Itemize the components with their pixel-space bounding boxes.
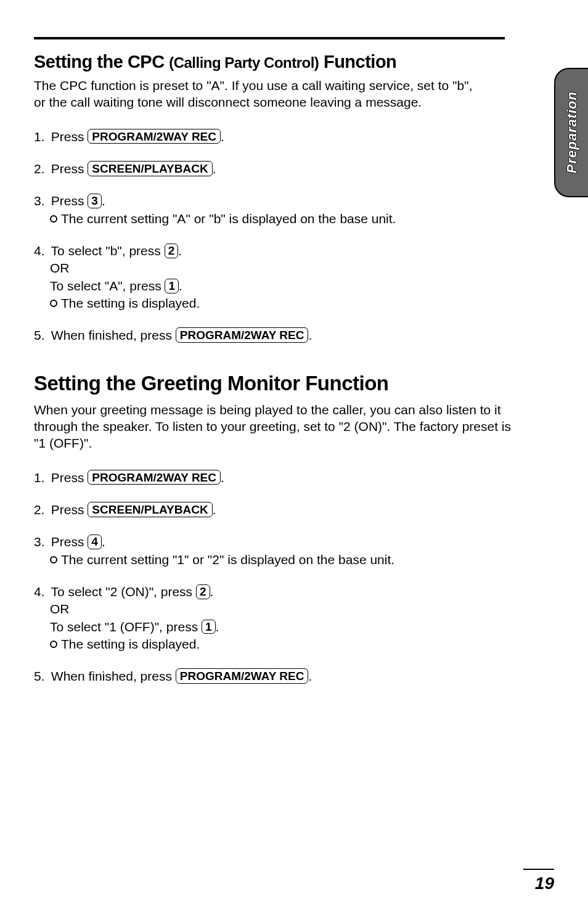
step-item: 5. When finished, press PROGRAM/2WAY REC… — [34, 668, 554, 685]
key-label: SCREEN/PLAYBACK — [88, 502, 212, 517]
extra-lead: To select "A", press — [50, 279, 165, 293]
step-tail: . — [221, 470, 224, 485]
key-label: PROGRAM/2WAY REC — [88, 129, 221, 144]
step-number: 2. — [34, 160, 47, 178]
step-tail: . — [308, 669, 312, 683]
bullet-icon — [50, 215, 57, 223]
step-number: 3. — [34, 192, 47, 210]
key-label: 2 — [165, 244, 179, 258]
step-number: 5. — [34, 668, 47, 685]
note-text: The setting is displayed. — [61, 637, 200, 651]
heading-tail: Function — [324, 52, 396, 72]
section-greeting-monitor: Setting the Greeting Monitor Function Wh… — [34, 372, 554, 686]
step-number: 2. — [34, 501, 47, 518]
section-intro: The CPC function is preset to "A". If yo… — [34, 77, 486, 111]
key-label: 1 — [165, 279, 179, 293]
heading-paren: (Calling Party Control) — [169, 54, 319, 71]
steps-list: 1. Press PROGRAM/2WAY REC. 2. Press SCRE… — [34, 128, 554, 345]
step-item: 5. When finished, press PROGRAM/2WAY REC… — [34, 327, 554, 344]
step-number: 1. — [34, 128, 47, 145]
note-text: The current setting "1" or "2" is displa… — [61, 552, 394, 567]
step-tail: . — [102, 535, 105, 549]
step-note: The current setting "A" or "b" is displa… — [34, 210, 554, 227]
step-extra: To select "1 (OFF)", press 1. — [34, 618, 554, 636]
step-tail: . — [213, 162, 216, 176]
key-label: 4 — [88, 535, 102, 549]
step-tail: . — [308, 328, 312, 342]
note-text: The setting is displayed. — [61, 296, 200, 310]
step-text: To select "2 (ON)", press — [51, 584, 195, 599]
step-item: 2. Press SCREEN/PLAYBACK. — [34, 501, 554, 518]
step-note: The current setting "1" or "2" is displa… — [34, 551, 554, 568]
page: Setting the CPC (Calling Party Control) … — [0, 0, 588, 918]
step-item: 1. Press PROGRAM/2WAY REC. — [34, 128, 554, 145]
step-item: 3. Press 4. The current setting "1" or "… — [34, 533, 554, 568]
step-number: 5. — [34, 327, 47, 344]
step-item: 4. To select "b", press 2. OR To select … — [34, 242, 554, 312]
step-item: 3. Press 3. The current setting "A" or "… — [34, 192, 554, 227]
key-label: PROGRAM/2WAY REC — [176, 668, 309, 684]
section-cpc: Setting the CPC (Calling Party Control) … — [34, 52, 554, 345]
step-text: Press — [51, 502, 88, 517]
section-intro: When your greeting message is being play… — [34, 401, 517, 452]
horizontal-rule — [34, 37, 505, 39]
page-number: 19 — [523, 869, 554, 893]
step-text: To select "b", press — [51, 244, 164, 258]
step-note: The setting is displayed. — [34, 636, 554, 653]
key-label: 3 — [88, 194, 102, 208]
key-label: 2 — [196, 584, 210, 599]
side-tab-label: Preparation — [564, 91, 580, 173]
step-note: The setting is displayed. — [34, 295, 554, 312]
step-extra: To select "A", press 1. — [34, 277, 554, 295]
step-number: 4. — [34, 583, 47, 600]
side-tab: Preparation — [554, 68, 588, 197]
step-extra: OR — [34, 260, 554, 277]
step-tail: . — [221, 129, 224, 144]
step-tail: . — [178, 244, 182, 258]
bullet-icon — [50, 556, 57, 564]
key-label: PROGRAM/2WAY REC — [176, 327, 309, 343]
step-extra: OR — [34, 600, 554, 618]
step-item: 1. Press PROGRAM/2WAY REC. — [34, 469, 554, 486]
extra-tail: . — [216, 620, 219, 634]
step-text: Press — [51, 470, 88, 485]
key-label: PROGRAM/2WAY REC — [88, 470, 221, 485]
step-tail: . — [210, 584, 214, 599]
step-text: Press — [51, 535, 88, 549]
step-number: 3. — [34, 533, 47, 551]
extra-lead: To select "1 (OFF)", press — [50, 620, 202, 634]
step-text: When finished, press — [51, 328, 176, 342]
step-tail: . — [213, 502, 216, 517]
key-label: 1 — [202, 620, 216, 634]
heading-main: Setting the CPC — [34, 52, 165, 72]
section-heading: Setting the Greeting Monitor Function — [34, 372, 554, 395]
section-heading: Setting the CPC (Calling Party Control) … — [34, 52, 554, 72]
step-item: 4. To select "2 (ON)", press 2. OR To se… — [34, 583, 554, 653]
key-label: SCREEN/PLAYBACK — [88, 161, 212, 176]
extra-tail: . — [179, 279, 182, 293]
step-number: 1. — [34, 469, 47, 486]
step-number: 4. — [34, 242, 47, 260]
bullet-icon — [50, 641, 57, 648]
step-tail: . — [102, 194, 105, 208]
step-text: When finished, press — [51, 669, 176, 683]
step-text: Press — [51, 162, 88, 176]
step-text: Press — [51, 194, 88, 208]
steps-list: 1. Press PROGRAM/2WAY REC. 2. Press SCRE… — [34, 469, 554, 686]
step-text: Press — [51, 129, 88, 144]
step-item: 2. Press SCREEN/PLAYBACK. — [34, 160, 554, 178]
bullet-icon — [50, 300, 57, 307]
note-text: The current setting "A" or "b" is displa… — [61, 211, 396, 226]
